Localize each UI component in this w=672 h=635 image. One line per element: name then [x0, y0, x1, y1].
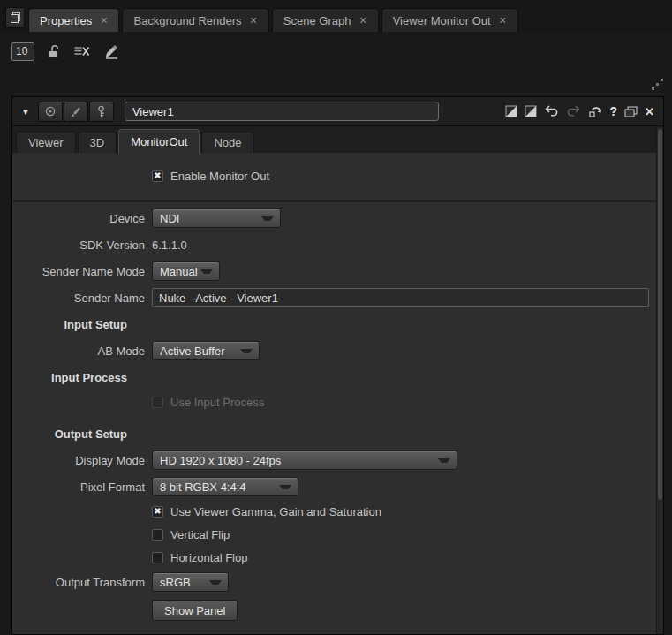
enable-monitor-out-row: Enable Monitor Out — [12, 164, 663, 187]
half-filled-square-icon-2[interactable] — [525, 105, 537, 117]
nuke-properties-pane: Properties ✕ Background Renders ✕ Scene … — [0, 0, 672, 635]
output-transform-dropdown[interactable]: sRGB — [152, 572, 229, 592]
use-input-process-checkbox[interactable] — [152, 397, 163, 408]
show-panel-row: Show Panel — [12, 595, 663, 625]
center-node-icon[interactable] — [38, 102, 63, 122]
close-icon[interactable]: ✕ — [359, 16, 366, 26]
display-mode-dropdown[interactable]: HD 1920 x 1080 - 24fps — [152, 450, 457, 470]
vertical-flip-checkbox[interactable] — [152, 529, 163, 541]
vertical-flip-row: Vertical Flip — [12, 523, 663, 546]
help-icon[interactable]: ? — [610, 104, 618, 118]
sender-name-mode-row: Sender Name Mode Manual — [12, 258, 663, 284]
edit-pencil-icon[interactable] — [103, 43, 119, 59]
show-panel-button[interactable]: Show Panel — [152, 600, 238, 621]
tab-label: Viewer — [28, 136, 64, 149]
chevron-down-icon — [200, 269, 213, 274]
section-gap — [12, 413, 663, 420]
disclosure-triangle-icon[interactable]: ▼ — [21, 107, 30, 117]
resize-grip[interactable] — [650, 78, 664, 92]
panel-tabs: Viewer 3D MonitorOut Node — [12, 126, 663, 153]
device-value: NDI — [160, 212, 179, 225]
close-icon[interactable]: ✕ — [499, 16, 507, 26]
use-viewer-gamma-checkbox[interactable] — [152, 506, 163, 518]
output-transform-value: sRGB — [160, 576, 191, 589]
device-dropdown[interactable]: NDI — [152, 208, 281, 228]
sender-name-input[interactable] — [152, 288, 649, 307]
properties-toolbar — [11, 40, 119, 63]
chevron-down-icon — [240, 349, 253, 353]
device-row: Device NDI — [12, 205, 663, 231]
enable-monitor-out-label: Enable Monitor Out — [170, 170, 269, 183]
tab-label: Properties — [40, 14, 92, 27]
output-setup-heading: Output Setup — [12, 427, 152, 441]
chevron-down-icon — [279, 485, 291, 489]
close-panel-icon[interactable]: ✕ — [645, 105, 654, 118]
float-panel-icon[interactable] — [624, 106, 638, 117]
max-panels-input[interactable] — [11, 42, 34, 61]
use-viewer-gamma-label: Use Viewer Gamma, Gain and Saturation — [170, 505, 381, 518]
output-setup-section-row: Output Setup — [12, 420, 663, 447]
pixel-format-dropdown[interactable]: 8 bit RGBX 4:4:4 — [152, 477, 298, 496]
tab-label: MonitorOut — [131, 135, 187, 148]
chevron-down-icon — [209, 580, 222, 585]
pixel-format-row: Pixel Format 8 bit RGBX 4:4:4 — [12, 473, 663, 500]
panel-scrollbar[interactable] — [656, 127, 663, 634]
tab-viewer[interactable]: Viewer — [16, 132, 76, 153]
tab-label: Viewer Monitor Out — [393, 14, 491, 27]
close-all-panels-icon[interactable] — [73, 45, 90, 57]
horizontal-flop-checkbox[interactable] — [152, 552, 163, 563]
brush-icon[interactable] — [64, 102, 88, 122]
enable-monitor-out-checkbox[interactable] — [152, 170, 163, 182]
sender-name-row: Sender Name — [12, 284, 663, 311]
display-mode-value: HD 1920 x 1080 - 24fps — [160, 454, 281, 467]
tab-monitorout[interactable]: MonitorOut — [118, 129, 200, 153]
tab-properties[interactable]: Properties ✕ — [28, 8, 119, 32]
tab-viewer-monitor-out[interactable]: Viewer Monitor Out ✕ — [381, 8, 518, 32]
panel-header: ▼ — [12, 97, 663, 126]
ab-mode-value: Active Buffer — [160, 344, 224, 358]
input-process-section-row: Input Process — [12, 364, 663, 390]
node-name-input[interactable] — [125, 102, 439, 121]
lock-icon[interactable] — [48, 44, 60, 58]
device-label: Device — [12, 212, 152, 225]
input-setup-heading: Input Setup — [12, 318, 152, 331]
close-icon[interactable]: ✕ — [250, 16, 258, 26]
key-icon[interactable] — [89, 102, 114, 122]
undo-icon[interactable] — [544, 105, 559, 117]
panel-header-actions: ? ✕ — [505, 104, 656, 118]
section-divider — [13, 200, 662, 202]
use-input-process-row: Use Input Process — [12, 390, 663, 413]
use-input-process-label: Use Input Process — [170, 396, 264, 409]
half-filled-square-icon-1[interactable] — [505, 105, 517, 117]
tab-label: Scene Graph — [283, 14, 351, 27]
sender-name-mode-dropdown[interactable]: Manual — [152, 261, 220, 281]
ab-mode-dropdown[interactable]: Active Buffer — [152, 341, 260, 360]
output-transform-row: Output Transform sRGB — [12, 569, 663, 595]
pane-tabbar: Properties ✕ Background Renders ✕ Scene … — [0, 0, 672, 33]
scrollbar-thumb[interactable] — [658, 129, 662, 500]
tab-3d[interactable]: 3D — [78, 132, 117, 153]
close-icon[interactable]: ✕ — [100, 16, 108, 26]
sender-name-mode-label: Sender Name Mode — [12, 265, 152, 278]
display-mode-label: Display Mode — [12, 454, 152, 467]
input-process-heading: Input Process — [12, 371, 152, 384]
revert-icon[interactable] — [588, 105, 603, 117]
tab-node[interactable]: Node — [201, 132, 253, 153]
tab-background-renders[interactable]: Background Renders ✕ — [122, 8, 268, 32]
sender-name-mode-value: Manual — [160, 265, 198, 278]
viewer-properties-panel: ▼ — [11, 96, 664, 635]
chevron-down-icon — [261, 216, 274, 221]
node-header-buttons — [38, 102, 114, 122]
tab-label: Node — [214, 136, 241, 149]
sdk-version-row: SDK Version 6.1.1.0 — [12, 231, 663, 258]
redo-icon[interactable] — [566, 105, 581, 117]
sdk-version-value: 6.1.1.0 — [152, 238, 187, 252]
horizontal-flop-row: Horizontal Flop — [12, 546, 663, 569]
tab-label: Background Renders — [133, 14, 241, 27]
pane-menu-icon[interactable] — [5, 7, 25, 28]
panel-content: Enable Monitor Out Device NDI SDK Versio… — [12, 153, 663, 625]
tab-scene-graph[interactable]: Scene Graph ✕ — [272, 8, 379, 32]
use-viewer-gamma-row: Use Viewer Gamma, Gain and Saturation — [12, 500, 663, 523]
tab-label: 3D — [90, 136, 105, 149]
horizontal-flop-label: Horizontal Flop — [170, 551, 247, 564]
